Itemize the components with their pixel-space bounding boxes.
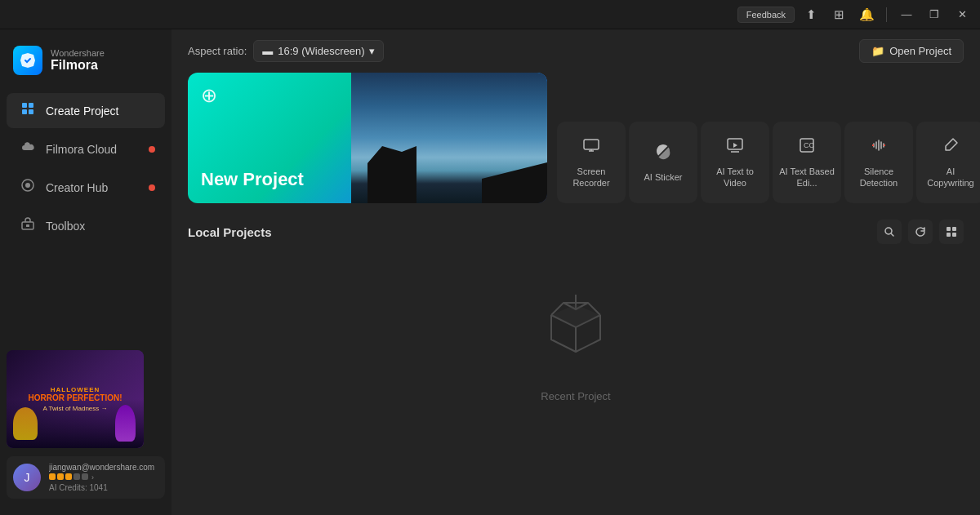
logo-text: Wondershare Filmora [51,48,105,73]
screen-icon: ▬ [262,45,273,57]
user-info: jiangwan@wondershare.com › AI Credits: 1… [49,463,158,492]
logo-name: Filmora [51,58,105,73]
feedback-button[interactable]: Feedback [737,7,795,23]
star-2 [57,473,64,480]
feature-ai-text-based-editor[interactable]: CC AI Text Based Edi... [773,122,841,203]
feature-ai-sticker[interactable]: AI Sticker [629,122,697,203]
folder-icon: 📁 [871,45,884,57]
empty-state: Recent Project [172,254,980,435]
section-actions [877,220,964,244]
toolbox-icon [20,216,36,235]
empty-text: Recent Project [541,390,610,402]
refresh-projects-button[interactable] [908,220,933,244]
svg-rect-3 [29,109,33,114]
svg-point-17 [885,228,892,234]
ai-text-based-editor-label: AI Text Based Edi... [779,166,835,189]
sidebar: Wondershare Filmora Create Project [0,29,172,515]
view-toggle-button[interactable] [939,220,964,244]
create-project-icon [20,101,36,120]
sidebar-item-filmora-cloud[interactable]: Filmora Cloud [7,131,165,166]
svg-rect-1 [29,103,33,108]
star-5 [82,473,88,480]
user-email: jiangwan@wondershare.com [49,463,158,472]
svg-line-18 [892,234,894,237]
new-project-add-icon: ⊕ [201,84,217,107]
logo-area: Wondershare Filmora [0,39,172,91]
local-projects-title: Local Projects [188,225,272,239]
avatar: J [13,464,41,491]
grid-icon[interactable]: ⊞ [827,3,850,26]
silence-detection-label: Silence Detection [851,166,906,189]
sidebar-item-filmora-cloud-label: Filmora Cloud [46,143,117,156]
new-project-label: New Project [201,169,304,190]
svg-rect-0 [22,103,27,108]
user-area[interactable]: J jiangwan@wondershare.com › AI Credits:… [7,456,165,499]
promo-banner[interactable]: HALLOWEEN HORROR PERFECTION! A Twist of … [7,350,144,448]
creator-hub-icon [20,178,36,197]
ai-text-based-editor-icon: CC [798,136,816,159]
stars: › [49,473,158,482]
star-4 [74,473,80,480]
ai-sticker-icon [654,142,672,165]
upload-icon[interactable]: ⬆ [800,3,822,26]
silence-detection-icon [870,136,888,159]
sidebar-item-create-project[interactable]: Create Project [7,93,165,128]
star-3 [65,473,72,480]
screen-recorder-label: Screen Recorder [564,166,619,189]
svg-rect-19 [947,227,951,231]
svg-rect-21 [947,233,951,237]
main-layout: Wondershare Filmora Create Project [0,29,980,515]
features-strip: Screen Recorder AI Sticker [557,73,980,203]
feature-ai-text-to-video[interactable]: AI Text to Video [701,122,769,203]
logo-brand: Wondershare [51,48,105,58]
sidebar-bottom: HALLOWEEN HORROR PERFECTION! A Twist of … [0,344,172,505]
svg-rect-22 [952,233,956,237]
close-button[interactable]: ✕ [951,3,973,26]
sidebar-item-creator-hub-label: Creator Hub [46,181,108,194]
open-project-label: Open Project [889,45,951,57]
feature-ai-copywriting[interactable]: AI Copywriting [916,122,980,203]
sidebar-item-toolbox[interactable]: Toolbox [7,208,165,243]
minimize-button[interactable]: — [895,3,918,26]
feature-screen-recorder[interactable]: Screen Recorder [557,122,626,203]
cloud-badge [149,146,155,153]
user-credits: AI Credits: 1041 [49,483,158,492]
refresh-icon [915,226,926,238]
aspect-control: Aspect ratio: ▬ 16:9 (Widescreen) ▾ [188,40,384,62]
screen-recorder-icon [582,136,600,159]
aspect-label: Aspect ratio: [188,45,247,57]
chevron-down-icon: ▾ [369,45,375,57]
sidebar-item-creator-hub[interactable]: Creator Hub [7,170,165,205]
creator-hub-badge [149,184,155,191]
ai-copywriting-label: AI Copywriting [923,166,978,189]
ai-copywriting-icon [942,136,960,159]
bell-icon[interactable]: 🔔 [855,3,878,26]
ai-text-to-video-label: AI Text to Video [707,166,763,189]
svg-text:CC: CC [804,141,814,149]
ai-text-to-video-icon [726,136,744,159]
hero-row: ⊕ New Project [172,73,980,213]
svg-rect-20 [952,227,956,231]
new-project-card[interactable]: ⊕ New Project [188,73,547,203]
open-project-button[interactable]: 📁 Open Project [859,39,964,63]
local-projects-header: Local Projects [172,213,980,254]
star-1 [49,473,56,480]
content-area: Aspect ratio: ▬ 16:9 (Widescreen) ▾ 📁 Op… [172,29,980,515]
svg-rect-7 [26,224,29,227]
search-icon [884,226,895,238]
separator [886,7,887,22]
new-project-photo [351,73,547,203]
restore-button[interactable]: ❐ [923,3,946,26]
sidebar-item-create-project-label: Create Project [46,104,118,118]
grid-view-icon [946,226,957,238]
svg-rect-8 [584,140,599,149]
ai-sticker-label: AI Sticker [644,171,682,183]
logo-icon [13,46,42,75]
feature-silence-detection[interactable]: Silence Detection [844,122,913,203]
topbar: Aspect ratio: ▬ 16:9 (Widescreen) ▾ 📁 Op… [172,29,980,73]
search-projects-button[interactable] [877,220,902,244]
aspect-value: 16:9 (Widescreen) [278,45,364,57]
sidebar-item-toolbox-label: Toolbox [46,220,85,233]
aspect-select[interactable]: ▬ 16:9 (Widescreen) ▾ [253,40,384,62]
svg-point-5 [25,183,30,188]
